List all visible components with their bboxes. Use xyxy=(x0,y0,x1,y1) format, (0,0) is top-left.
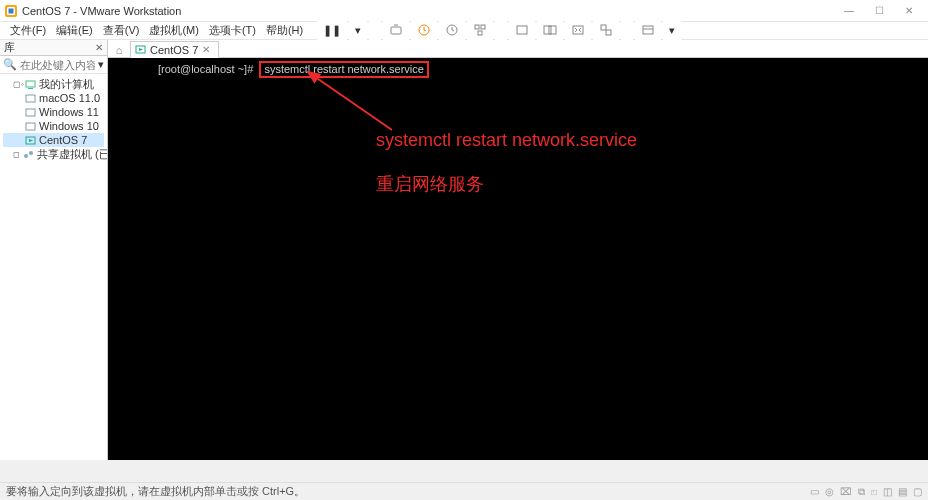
menu-edit[interactable]: 编辑(E) xyxy=(52,23,97,38)
pause-dropdown[interactable]: ▾ xyxy=(349,20,367,42)
main-pane: ⌂ CentOS 7 ✕ [root@localhost ~]# systemc… xyxy=(108,40,928,460)
status-message: 要将输入定向到该虚拟机，请在虚拟机内部单击或按 Ctrl+G。 xyxy=(6,484,305,499)
tab-centos[interactable]: CentOS 7 ✕ xyxy=(130,41,219,58)
sidebar-search: 🔍 ▾ xyxy=(0,56,107,74)
tree-label: Windows 11 xyxy=(39,106,99,118)
menu-tabs[interactable]: 选项卡(T) xyxy=(205,23,260,38)
device-usb-icon[interactable]: ⏍ xyxy=(871,486,877,497)
pause-button[interactable]: ❚❚ xyxy=(317,20,347,42)
revert-icon[interactable] xyxy=(467,20,493,42)
annotation-text-1: systemctl restart network.service xyxy=(376,130,637,151)
computer-icon xyxy=(25,79,36,90)
svg-rect-15 xyxy=(643,26,653,34)
menu-vm[interactable]: 虚拟机(M) xyxy=(145,23,203,38)
menu-view[interactable]: 查看(V) xyxy=(99,23,144,38)
sidebar: 库 ✕ 🔍 ▾ ▢◦ 我的计算机 macOS 11.0 Windows 11 xyxy=(0,40,108,460)
snapshot-manager-icon[interactable] xyxy=(439,20,465,42)
device-net-icon[interactable]: ⧉ xyxy=(858,486,865,498)
menu-file[interactable]: 文件(F) xyxy=(6,23,50,38)
device-floppy-icon[interactable]: ⌧ xyxy=(840,486,852,497)
vm-icon xyxy=(25,121,36,132)
sidebar-title: 库 xyxy=(4,40,15,55)
menu-help[interactable]: 帮助(H) xyxy=(262,23,307,38)
search-icon: 🔍 xyxy=(3,58,17,71)
vm-running-icon xyxy=(25,135,36,146)
tree-label: CentOS 7 xyxy=(39,134,87,146)
svg-line-27 xyxy=(308,72,392,130)
snapshot-icon[interactable] xyxy=(411,20,437,42)
svg-rect-9 xyxy=(517,26,527,34)
svg-rect-17 xyxy=(28,88,33,89)
tab-label: CentOS 7 xyxy=(150,44,198,56)
tree-label: Windows 10 xyxy=(39,120,99,132)
device-disk-icon[interactable]: ▭ xyxy=(810,486,819,497)
svg-rect-3 xyxy=(391,27,401,34)
tabstrip: ⌂ CentOS 7 ✕ xyxy=(108,40,928,58)
tab-close-icon[interactable]: ✕ xyxy=(202,44,210,55)
vm-running-icon xyxy=(135,44,146,55)
status-bar: 要将输入定向到该虚拟机，请在虚拟机内部单击或按 Ctrl+G。 ▭ ◎ ⌧ ⧉ … xyxy=(0,482,928,500)
vm-icon xyxy=(25,107,36,118)
tree-collapse-icon[interactable]: ◻ xyxy=(13,150,20,159)
tree-expand-icon[interactable]: ▢◦ xyxy=(13,80,22,89)
library-dropdown[interactable]: ▾ xyxy=(663,20,681,42)
svg-rect-2 xyxy=(9,8,14,13)
window-title: CentOS 7 - VMware Workstation xyxy=(22,5,834,17)
app-icon xyxy=(4,4,18,18)
maximize-button[interactable]: ☐ xyxy=(864,0,894,22)
fullscreen-icon[interactable] xyxy=(565,20,591,42)
terminal-line: [root@localhost ~]# systemctl restart ne… xyxy=(158,61,429,78)
svg-rect-14 xyxy=(606,30,611,35)
fit-guest-icon[interactable] xyxy=(509,20,535,42)
svg-rect-13 xyxy=(601,25,606,30)
tree-item-win10[interactable]: Windows 10 xyxy=(3,119,104,133)
svg-rect-10 xyxy=(544,26,551,34)
search-input[interactable] xyxy=(20,59,95,71)
svg-rect-6 xyxy=(475,25,479,29)
send-ctrl-alt-del-icon[interactable] xyxy=(383,20,409,42)
library-icon[interactable] xyxy=(635,20,661,42)
home-tab-icon[interactable]: ⌂ xyxy=(112,43,126,57)
search-dropdown-icon[interactable]: ▾ xyxy=(98,58,104,71)
svg-rect-20 xyxy=(26,123,35,130)
tree-root[interactable]: ▢◦ 我的计算机 xyxy=(3,77,104,91)
svg-point-24 xyxy=(29,151,33,155)
shared-icon xyxy=(23,149,34,160)
device-cd-icon[interactable]: ◎ xyxy=(825,486,834,497)
unity-icon[interactable] xyxy=(593,20,619,42)
sidebar-close-icon[interactable]: ✕ xyxy=(95,42,103,53)
close-button[interactable]: ✕ xyxy=(894,0,924,22)
minimize-button[interactable]: — xyxy=(834,0,864,22)
tree-item-centos[interactable]: CentOS 7 xyxy=(3,133,104,147)
svg-rect-7 xyxy=(481,25,485,29)
svg-rect-18 xyxy=(26,95,35,102)
tree-item-macos[interactable]: macOS 11.0 xyxy=(3,91,104,105)
svg-point-23 xyxy=(24,154,28,158)
tree-label: 共享虚拟机 (已弃用) xyxy=(37,147,107,162)
device-printer-icon[interactable]: ▤ xyxy=(898,486,907,497)
svg-rect-16 xyxy=(26,81,35,87)
svg-marker-26 xyxy=(139,48,143,51)
toolbar-separator xyxy=(495,20,507,42)
terminal-view[interactable]: [root@localhost ~]# systemctl restart ne… xyxy=(108,58,928,460)
svg-rect-8 xyxy=(478,31,482,35)
tree-label: macOS 11.0 xyxy=(39,92,100,104)
terminal-command-highlighted: systemctl restart network.service xyxy=(259,61,429,78)
tree-shared[interactable]: ◻ 共享虚拟机 (已弃用) xyxy=(3,147,104,161)
annotation-text-2: 重启网络服务 xyxy=(376,172,484,196)
toolbar-separator xyxy=(621,20,633,42)
vm-icon xyxy=(25,93,36,104)
device-sound-icon[interactable]: ◫ xyxy=(883,486,892,497)
svg-rect-11 xyxy=(549,26,556,34)
sidebar-tree: ▢◦ 我的计算机 macOS 11.0 Windows 11 Windows 1… xyxy=(0,74,107,460)
terminal-prompt: [root@localhost ~]# xyxy=(158,63,253,75)
toolbar-separator xyxy=(369,20,381,42)
device-display-icon[interactable]: ▢ xyxy=(913,486,922,497)
tree-item-win11[interactable]: Windows 11 xyxy=(3,105,104,119)
fit-window-icon[interactable] xyxy=(537,20,563,42)
status-device-icons: ▭ ◎ ⌧ ⧉ ⏍ ◫ ▤ ▢ xyxy=(810,486,922,498)
svg-marker-22 xyxy=(29,139,33,142)
menubar: 文件(F) 编辑(E) 查看(V) 虚拟机(M) 选项卡(T) 帮助(H) ❚❚… xyxy=(0,22,928,40)
tree-label: 我的计算机 xyxy=(39,77,94,92)
svg-rect-12 xyxy=(573,26,583,34)
